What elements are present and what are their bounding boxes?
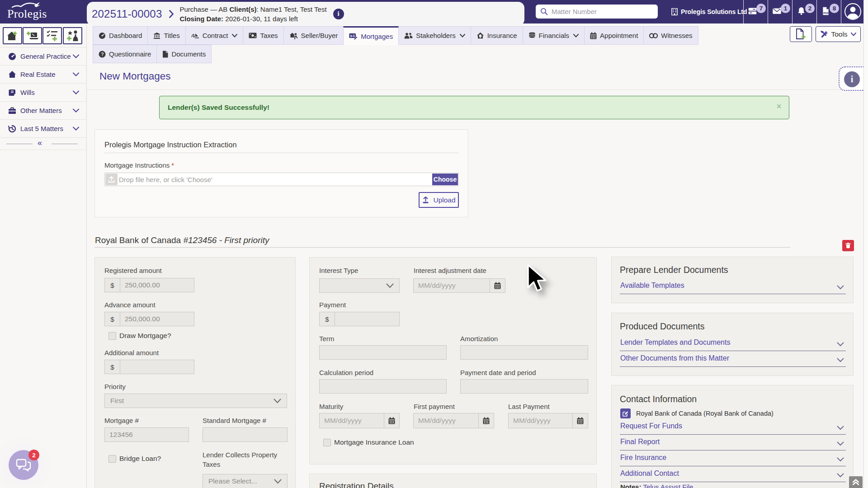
tab-taxes[interactable]: Taxes (243, 26, 283, 45)
upload-file-icon (105, 174, 118, 185)
toolbar-right: Tools (790, 26, 861, 42)
payment-input[interactable] (335, 312, 399, 326)
new-checklist-button[interactable] (42, 27, 62, 44)
chevron-down-icon (232, 34, 237, 38)
interest-adjustment-date-input[interactable] (414, 279, 490, 292)
avatar (844, 3, 861, 20)
tasks-menu-button[interactable]: 7 (743, 0, 768, 23)
angles-up-icon (852, 479, 859, 486)
chat-bubbles-icon (16, 458, 31, 472)
file-pdf-icon: PDF (821, 6, 830, 16)
notifications-button[interactable]: 2 (792, 0, 816, 23)
advance-amount-input[interactable] (120, 312, 194, 326)
sidebar-item-real-estate[interactable]: Real Estate (0, 65, 86, 83)
bridge-loan-checkbox[interactable] (108, 455, 116, 463)
sidebar-item-general-practice[interactable]: General Practice (0, 47, 86, 65)
user-menu-button[interactable] (841, 0, 863, 23)
term-input[interactable] (320, 346, 446, 359)
accordion-additional-contact[interactable]: Additional Contact (620, 469, 846, 480)
matter-line1: Purchase — AB Client(s): Name1 Test, Tes… (179, 5, 326, 14)
maturity-date-input[interactable] (320, 413, 384, 428)
bell-icon (797, 6, 806, 16)
sidebar-item-other-matters[interactable]: Other Matters (0, 101, 86, 119)
payment-date-period-input[interactable] (461, 380, 588, 393)
chevron-down-icon (274, 399, 281, 404)
info-icon: i (844, 71, 860, 87)
sidebar-collapse-button[interactable]: « (0, 137, 86, 150)
draw-mortgage-checkbox[interactable] (108, 332, 116, 340)
tab-questionnaire[interactable]: ? Questionnaire (93, 45, 157, 63)
produced-documents-title: Produced Documents (620, 321, 705, 332)
prepare-lender-documents-card: Prepare Lender Documents Available Templ… (611, 257, 854, 303)
company-name[interactable]: Prolegis Solutions Ltd (671, 0, 747, 23)
priority-select[interactable]: First (104, 394, 287, 408)
tab-documents[interactable]: Documents (156, 45, 212, 63)
additional-amount-input[interactable] (120, 360, 194, 374)
alert-close-button[interactable]: × (776, 102, 782, 111)
lender-collects-taxes-select[interactable]: Please Select... (203, 474, 288, 488)
tab-contract[interactable]: Contract (185, 26, 244, 45)
chevron-down-icon (73, 72, 79, 76)
new-wills-matter-button[interactable] (23, 27, 42, 44)
upload-button[interactable]: Upload (419, 192, 459, 208)
tab-financials[interactable]: Financials (523, 26, 585, 45)
chevron-down-icon (274, 479, 282, 484)
last-payment-date-input[interactable] (509, 413, 572, 428)
accordion-available-templates[interactable]: Available Templates (620, 282, 846, 292)
person-plus-icon (66, 30, 80, 42)
new-client-button[interactable] (63, 27, 82, 44)
notes-link[interactable]: Telus Assyst File (642, 483, 693, 488)
mortgage-number-label: Mortgage # (104, 417, 139, 424)
search-input[interactable] (552, 8, 651, 15)
standard-mortgage-number-input[interactable] (203, 428, 287, 441)
mortgage-insurance-checkbox[interactable] (323, 439, 331, 446)
calculation-period-input[interactable] (320, 380, 446, 393)
sidebar-item-last-5-matters[interactable]: Last 5 Matters (0, 119, 86, 137)
sidebar-item-wills[interactable]: Wills (0, 83, 86, 101)
accordion-fire-insurance[interactable]: Fire Insurance (620, 454, 846, 465)
tab-seller-buyer[interactable]: Seller/Buyer (283, 26, 344, 45)
pdf-documents-button[interactable]: PDF 8 (816, 0, 841, 23)
choose-file-button[interactable]: Choose (432, 174, 458, 185)
new-real-estate-matter-button[interactable] (3, 27, 22, 44)
new-document-button[interactable] (790, 26, 812, 42)
edit-contact-button[interactable] (620, 408, 631, 418)
accordion-request-for-funds[interactable]: Request For Funds (620, 422, 846, 433)
gauge-icon (99, 32, 106, 39)
first-payment-date-input[interactable] (414, 413, 478, 428)
mail-button[interactable]: 1 (768, 0, 792, 23)
alert-message: Lender(s) Saved Successfully! (168, 103, 269, 112)
draw-mortgage-label: Draw Mortgage? (119, 332, 171, 340)
mortgage-number-input[interactable] (105, 428, 189, 441)
tab-titles[interactable]: Titles (147, 26, 185, 45)
accordion-other-documents[interactable]: Other Documents from this Matter (620, 354, 846, 365)
tab-stakeholders[interactable]: Stakeholders (398, 26, 471, 45)
prolegis-logo[interactable]: Prolegis (0, 0, 86, 23)
house-plus-icon (6, 30, 19, 42)
interest-type-select[interactable] (319, 278, 400, 293)
scroll-to-top-button[interactable] (849, 476, 863, 488)
sidebar-item-label: Last 5 Matters (20, 125, 63, 132)
registered-amount-input[interactable] (120, 278, 194, 292)
tab-witnesses[interactable]: Witnesses (643, 26, 698, 45)
currency-addon: $ (105, 312, 120, 326)
tab-mortgages[interactable]: $ Mortgages (343, 26, 399, 45)
tab-insurance[interactable]: Insurance (471, 26, 523, 45)
page-scrollbar[interactable] (863, 0, 868, 488)
sidebar-item-label: Wills (20, 89, 35, 96)
file-dropzone[interactable]: Drop file here, or click 'Choose' Choose (104, 173, 459, 186)
accordion-final-report[interactable]: Final Report (620, 438, 846, 449)
accordion-lender-templates[interactable]: Lender Templates and Documents (620, 338, 846, 349)
tab-dashboard[interactable]: Dashboard (93, 26, 148, 45)
amortization-input[interactable] (461, 346, 588, 359)
tasks-icon (748, 6, 757, 16)
page-info-sidetab[interactable]: i (839, 66, 864, 91)
delete-mortgage-button[interactable] (842, 240, 854, 251)
matter-number[interactable]: 202511-00003 (92, 8, 162, 20)
tools-button[interactable]: Tools (816, 26, 861, 42)
maturity-date-group (319, 413, 400, 428)
svg-text:?: ? (101, 52, 104, 56)
tab-appointment[interactable]: Appointment (584, 26, 644, 45)
calendar-icon (384, 413, 399, 428)
matter-info-icon[interactable]: i (333, 9, 344, 19)
